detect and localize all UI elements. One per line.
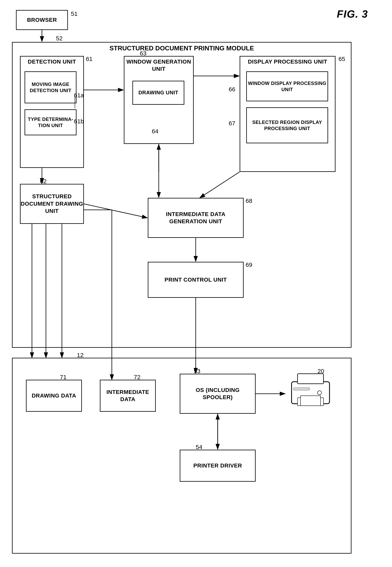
ref-66: 66 [229, 86, 235, 93]
ref-12: 12 [77, 352, 84, 359]
printer-driver-box: PRINTER DRIVER [180, 450, 256, 482]
ref-61b: 61b [74, 118, 84, 125]
ref-52: 52 [56, 35, 62, 42]
drawing-data-box: DRAWING DATA [26, 380, 82, 412]
ref-64: 64 [152, 128, 158, 135]
print-control-box: PRINT CONTROL UNIT [148, 262, 244, 298]
svg-rect-5 [294, 388, 309, 390]
display-proc-box: DISPLAY PROCESSING UNIT WINDOW DISPLAY P… [240, 56, 336, 172]
window-display-box: WINDOW DISPLAY PROCESSING UNIT [246, 71, 328, 101]
browser-box: BROWSER [16, 10, 68, 30]
svg-point-4 [318, 391, 322, 395]
ref-72: 72 [134, 374, 140, 380]
ref-51: 51 [71, 10, 77, 17]
intermediate-data-box: INTERMEDIATE DATA [100, 380, 156, 412]
struct-doc-box: STRUCTURED DOCUMENT DRAWING UNIT [20, 184, 84, 224]
os-box: OS (INCLUDING SPOOLER) [180, 374, 256, 414]
ref-68: 68 [246, 197, 252, 204]
ref-65: 65 [338, 56, 345, 62]
svg-rect-1 [297, 374, 323, 384]
ref-62: 62 [40, 178, 46, 185]
ref-63: 63 [140, 50, 146, 57]
detection-unit-label: DETECTION UNIT [23, 58, 81, 65]
ref-71: 71 [60, 374, 67, 380]
ref-61a: 61a [74, 92, 84, 99]
svg-rect-3 [301, 396, 321, 406]
printer-icon [286, 370, 336, 410]
type-det-box: TYPE DETERMINA- TION UNIT [25, 109, 76, 135]
display-proc-label: DISPLAY PROCESSING UNIT [242, 58, 333, 65]
ref-53: 53 [194, 368, 200, 375]
intermediate-data-gen-box: INTERMEDIATE DATA GENERATION UNIT [148, 198, 244, 238]
window-gen-box: WINDOW GENERATION UNIT DRAWING UNIT [124, 56, 194, 144]
ref-67: 67 [229, 120, 235, 127]
detection-unit-box: DETECTION UNIT MOVING IMAGE DETECTION UN… [20, 56, 84, 168]
diagram: FIG. 3 BROWSER 51 52 STRUCTURED DOCUMENT… [0, 0, 392, 567]
selected-region-box: SELECTED REGION DISPLAY PROCESSING UNIT [246, 107, 328, 143]
drawing-unit-box: DRAWING UNIT [132, 81, 184, 105]
ref-69: 69 [246, 262, 252, 268]
window-gen-label: WINDOW GENERATION UNIT [126, 58, 191, 73]
ref-54: 54 [196, 444, 202, 451]
figure-label: FIG. 3 [337, 8, 368, 20]
moving-image-box: MOVING IMAGE DETECTION UNIT [25, 71, 76, 103]
ref-61: 61 [86, 56, 92, 62]
sdpm-label: STRUCTURED DOCUMENT PRINTING MODULE [110, 44, 254, 52]
